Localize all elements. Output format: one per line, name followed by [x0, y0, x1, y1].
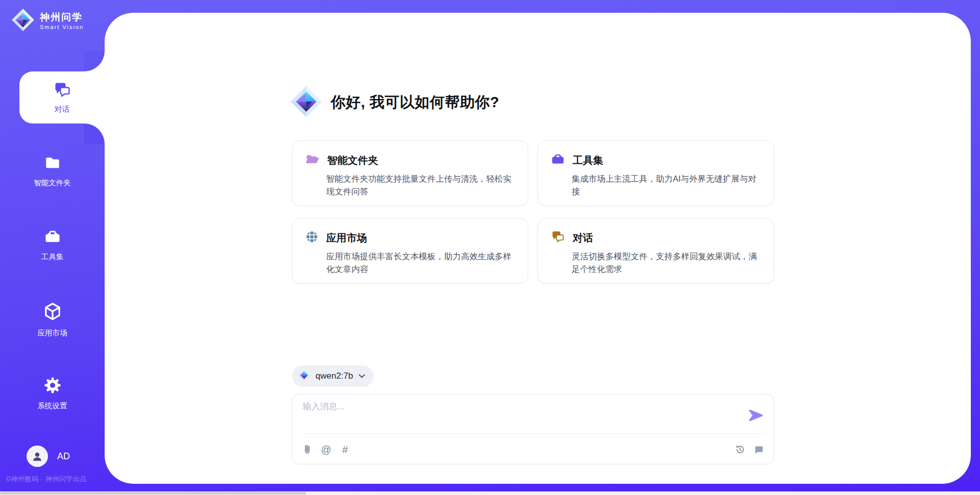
- cube-icon: [43, 314, 62, 323]
- chat-icon: [53, 81, 72, 101]
- message-composer: @ #: [292, 394, 774, 464]
- app-logo-icon: [290, 85, 323, 120]
- feature-cards: 智能文件夹 智能文件夹功能支持批量文件上传与清洗，轻松实现文件问答 工具集: [292, 140, 774, 284]
- hashtag-icon[interactable]: #: [339, 444, 351, 455]
- greeting-title: 你好, 我可以如何帮助你?: [331, 92, 499, 113]
- sidebar-item-label: 应用市场: [0, 328, 105, 338]
- model-logo-icon: [298, 369, 310, 383]
- card-description: 集成市场上主流工具，助力AI与外界无缝扩展与对接: [572, 172, 763, 198]
- comment-icon[interactable]: [753, 444, 765, 455]
- greeting-block: 你好, 我可以如何帮助你?: [290, 85, 499, 120]
- brand-name: 神州问学: [40, 12, 84, 23]
- brand: 神州问学 Smart Vision: [11, 8, 84, 34]
- sidebar: 神州问学 Smart Vision 对话 智能文件夹: [0, 0, 105, 495]
- sidebar-item-market[interactable]: 应用市场: [0, 302, 105, 338]
- card-description: 智能文件夹功能支持批量文件上传与清洗，轻松实现文件问答: [326, 172, 518, 198]
- chevron-down-icon: [358, 372, 365, 381]
- tab-fillet-top: [84, 51, 105, 71]
- gear-icon: [43, 387, 62, 396]
- brand-subtitle: Smart Vision: [40, 24, 84, 31]
- avatar: [27, 445, 48, 467]
- app-window: 神州问学 Smart Vision 对话 智能文件夹: [0, 0, 980, 495]
- sidebar-item-chat[interactable]: 对话: [19, 71, 105, 123]
- card-smart-folder[interactable]: 智能文件夹 智能文件夹功能支持批量文件上传与清洗，轻松实现文件问答: [292, 140, 528, 206]
- card-title: 应用市场: [326, 231, 367, 245]
- model-selector[interactable]: qwen2:7b: [292, 365, 374, 387]
- main-panel: 你好, 我可以如何帮助你? 智能文件夹 智能文件夹功能支持批量文件上传与清洗，轻…: [105, 13, 971, 484]
- card-description: 应用市场提供丰富长文本模板，助力高效生成多样化文章内容: [326, 250, 518, 276]
- card-title: 智能文件夹: [327, 154, 378, 167]
- composer-toolbar: @ #: [302, 439, 765, 460]
- horizontal-scrollbar: [0, 491, 980, 495]
- copyright-footer: ©神州数码 · 神州问学出品: [6, 475, 104, 484]
- card-chat[interactable]: 对话 灵活切换多模型文件，支持多样回复效果调试，满足个性化需求: [537, 218, 774, 284]
- model-name: qwen2:7b: [315, 371, 353, 381]
- card-description: 灵活切换多模型文件，支持多样回复效果调试，满足个性化需求: [572, 250, 763, 276]
- message-input[interactable]: [302, 400, 738, 430]
- card-title: 对话: [573, 231, 593, 245]
- grid-sphere-icon: [305, 230, 319, 246]
- toolbox-icon: [550, 152, 566, 168]
- send-button[interactable]: [748, 408, 764, 423]
- sidebar-item-label: 系统设置: [0, 401, 105, 411]
- sidebar-item-tools[interactable]: 工具集: [0, 228, 105, 262]
- card-title: 工具集: [573, 154, 603, 167]
- user-profile[interactable]: AD: [27, 445, 70, 467]
- sidebar-item-folders[interactable]: 智能文件夹: [0, 154, 105, 188]
- user-initials: AD: [57, 451, 70, 462]
- sidebar-item-settings[interactable]: 系统设置: [0, 376, 105, 411]
- chat-icon: [550, 230, 566, 246]
- sidebar-item-label: 对话: [55, 105, 70, 114]
- card-toolset[interactable]: 工具集 集成市场上主流工具，助力AI与外界无缝扩展与对接: [537, 140, 774, 206]
- card-app-market[interactable]: 应用市场 应用市场提供丰富长文本模板，助力高效生成多样化文章内容: [292, 218, 528, 284]
- brand-logo-icon: [11, 8, 35, 34]
- toolbox-icon: [43, 238, 62, 247]
- folder-icon: [43, 164, 62, 173]
- scrollbar-thumb[interactable]: [0, 492, 306, 494]
- folder-open-icon: [305, 152, 320, 168]
- composer-divider: [302, 433, 765, 434]
- tab-fillet-bottom: [84, 123, 105, 144]
- sidebar-item-label: 智能文件夹: [0, 178, 105, 188]
- mention-icon[interactable]: @: [321, 444, 332, 455]
- attach-file-icon[interactable]: [302, 444, 313, 455]
- sidebar-item-label: 工具集: [0, 252, 105, 262]
- history-icon[interactable]: [734, 444, 746, 455]
